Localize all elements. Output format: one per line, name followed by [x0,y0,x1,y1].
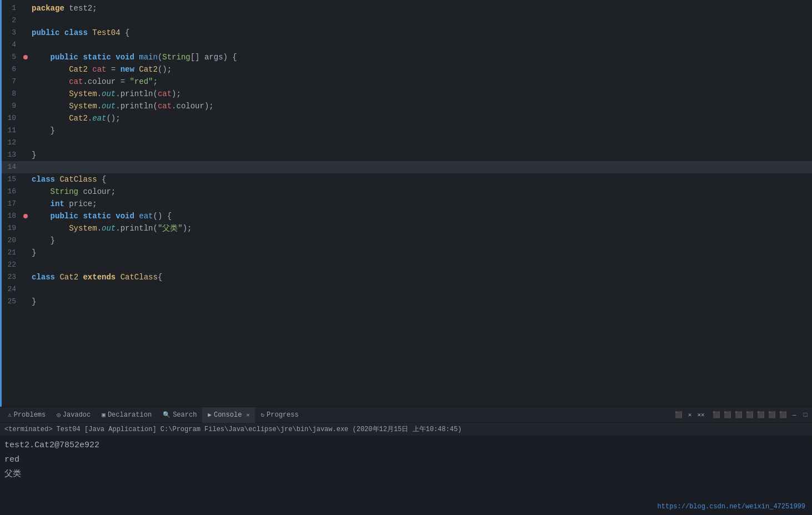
code-line-5: 5 public static void main(String[] args)… [2,51,812,63]
toolbar-right: ⬛ ✕ ✕✕ ⬛ ⬛ ⬛ ⬛ ⬛ ⬛ ⬛ — □ [674,411,810,419]
code-line-19: 19 System.out.println("父类"); [2,222,812,234]
tab-search-label: Search [173,411,197,419]
code-line-4: 4 [2,39,812,51]
terminated-text: <terminated> Test04 [Java Application] C… [4,426,462,433]
code-line-17: 17 int price; [2,198,812,210]
code-line-20: 20 } [2,234,812,247]
code-line-3: 3 public class Test04 { [2,27,812,39]
code-line-10: 10 Cat2.eat(); [2,112,812,124]
toolbar-btn-12[interactable]: □ [801,411,810,419]
editor-panel: 1 package test2; 2 3 public class Test04… [0,0,812,407]
toolbar-btn-7[interactable]: ⬛ [745,411,754,419]
tab-declaration-label: Declaration [108,411,152,419]
console-line-2: red [4,453,808,467]
bottom-panel: ⚠ Problems ◎ Javadoc ▣ Declaration 🔍 Sea… [0,407,812,515]
code-line-15: 15 class CatClass { [2,173,812,186]
code-line-24: 24 [2,283,812,296]
console-close-icon[interactable]: ✕ [246,412,249,418]
tab-console-label: Console [214,411,242,419]
code-editor[interactable]: 1 package test2; 2 3 public class Test04… [2,0,812,407]
toolbar-btn-4[interactable]: ⬛ [712,411,721,419]
code-line-7: 7 cat.colour = "red"; [2,76,812,88]
tab-declaration[interactable]: ▣ Declaration [96,407,157,423]
progress-icon: ↻ [260,411,264,418]
toolbar-btn-5[interactable]: ⬛ [723,411,732,419]
toolbar-btn-10[interactable]: ⬛ [779,411,788,419]
search-icon: 🔍 [163,411,171,418]
toolbar-btn-1[interactable]: ⬛ [674,411,683,419]
code-line-12: 12 [2,137,812,149]
code-line-16: 16 String colour; [2,186,812,198]
code-line-22: 22 [2,259,812,271]
tabs-bar: ⚠ Problems ◎ Javadoc ▣ Declaration 🔍 Sea… [0,407,812,423]
console-line-1: test2.Cat2@7852e922 [4,438,808,453]
code-line-9: 9 System.out.println(cat.colour); [2,100,812,112]
console-output: test2.Cat2@7852e922 red 父类 https://blog.… [0,436,812,515]
breakpoint-18 [23,214,28,218]
tab-search[interactable]: 🔍 Search [157,407,202,423]
code-line-13: 13 } [2,149,812,161]
tab-javadoc[interactable]: ◎ Javadoc [51,407,96,423]
tab-javadoc-label: Javadoc [63,411,91,419]
tab-console[interactable]: ▶ Console ✕ [202,407,255,423]
code-line-23: 23 class Cat2 extends CatClass{ [2,271,812,283]
toolbar-btn-9[interactable]: ⬛ [768,411,776,419]
console-url: https://blog.csdn.net/weixin_47251999 [658,503,805,511]
code-line-6: 6 Cat2 cat = new Cat2(); [2,63,812,76]
code-line-1: 1 package test2; [2,2,812,14]
code-line-2: 2 [2,14,812,27]
javadoc-icon: ◎ [57,411,61,418]
code-line-14: 14 [2,161,812,173]
code-line-25: 25 } [2,296,812,308]
problems-icon: ⚠ [8,411,12,418]
console-icon: ▶ [208,411,212,418]
code-line-11: 11 } [2,124,812,137]
tab-progress[interactable]: ↻ Progress [255,407,304,423]
tab-progress-label: Progress [267,411,299,419]
toolbar-btn-2[interactable]: ✕ [685,411,694,419]
toolbar-btn-3[interactable]: ✕✕ [696,411,705,419]
tab-problems[interactable]: ⚠ Problems [2,407,51,423]
breakpoint-5 [23,55,28,59]
console-line-3: 父类 [4,467,808,482]
toolbar-btn-6[interactable]: ⬛ [734,411,743,419]
code-line-21: 21 } [2,247,812,259]
terminated-bar: <terminated> Test04 [Java Application] C… [0,423,812,436]
code-line-8: 8 System.out.println(cat); [2,88,812,100]
code-container: 1 package test2; 2 3 public class Test04… [2,0,812,407]
toolbar-btn-8[interactable]: ⬛ [756,411,765,419]
declaration-icon: ▣ [102,411,106,418]
tab-problems-label: Problems [14,411,46,419]
toolbar-btn-11[interactable]: — [790,411,799,419]
code-line-18: 18 public static void eat() { [2,210,812,222]
